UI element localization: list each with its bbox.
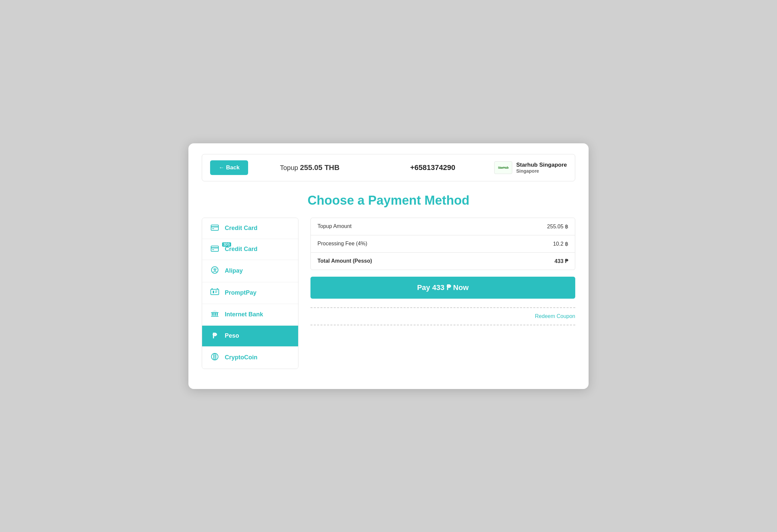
svg-text:支: 支 bbox=[213, 268, 217, 273]
svg-rect-8 bbox=[211, 289, 219, 295]
cryptocoin-icon bbox=[210, 353, 219, 363]
promptpay-label: PromptPay bbox=[225, 289, 256, 296]
total-value: 433 ₱ bbox=[555, 258, 568, 264]
svg-rect-11 bbox=[215, 292, 217, 293]
operator-info: Starhub Singapore Singapore bbox=[516, 162, 567, 174]
svg-rect-16 bbox=[212, 313, 213, 316]
operator-logo: StarHub bbox=[494, 161, 512, 174]
credit-card-icon bbox=[210, 224, 219, 233]
svg-rect-17 bbox=[213, 313, 214, 316]
order-row-topup: Topup Amount 255.05 ฿ bbox=[311, 218, 575, 235]
svg-rect-12 bbox=[211, 288, 213, 290]
svg-rect-4 bbox=[211, 247, 218, 248]
topup-amount-value: 255.05 ฿ bbox=[547, 223, 568, 230]
order-row-total: Total Amount (Pesso) 433 ₱ bbox=[311, 253, 575, 270]
alipay-icon: 支 bbox=[210, 266, 219, 276]
sidebar-item-internet-bank[interactable]: Internet Bank bbox=[202, 304, 298, 326]
divider-bottom bbox=[311, 325, 575, 325]
3ds-badge: 3DS bbox=[222, 242, 231, 247]
payment-panel: Topup Amount 255.05 ฿ Processing Fee (4%… bbox=[311, 218, 575, 329]
header-phone: +6581374290 bbox=[371, 163, 494, 172]
payment-method-sidebar: Credit Card 3DS Credit Card bbox=[202, 218, 299, 369]
svg-rect-13 bbox=[217, 288, 218, 290]
header-topup: Topup 255.05 THB bbox=[248, 163, 371, 172]
topup-amount-label: Topup Amount bbox=[318, 223, 351, 229]
svg-rect-3 bbox=[211, 246, 218, 251]
svg-rect-19 bbox=[217, 313, 218, 316]
svg-marker-14 bbox=[211, 310, 218, 313]
total-label: Total Amount (Pesso) bbox=[318, 258, 372, 264]
sidebar-item-credit-card-3ds[interactable]: 3DS Credit Card bbox=[202, 239, 298, 260]
topup-label: Topup bbox=[280, 164, 298, 171]
svg-rect-1 bbox=[211, 226, 218, 227]
divider-top bbox=[311, 307, 575, 308]
sidebar-item-cryptocoin[interactable]: CryptoCoin bbox=[202, 347, 298, 369]
peso-label: Peso bbox=[225, 332, 239, 339]
order-summary: Topup Amount 255.05 ฿ Processing Fee (4%… bbox=[311, 218, 575, 270]
operator-logo-text: StarHub bbox=[498, 166, 509, 169]
back-button[interactable]: ← Back bbox=[210, 160, 248, 175]
svg-rect-2 bbox=[212, 228, 214, 229]
main-content: Credit Card 3DS Credit Card bbox=[202, 218, 575, 369]
pay-now-button[interactable]: Pay 433 ₱ Now bbox=[311, 277, 575, 299]
credit-card-3ds-label: Credit Card bbox=[225, 246, 257, 253]
sidebar-item-peso[interactable]: ₱ Peso bbox=[202, 326, 298, 347]
svg-rect-10 bbox=[215, 291, 217, 291]
sidebar-item-alipay[interactable]: 支 Alipay bbox=[202, 260, 298, 282]
fee-value: 10.2 ฿ bbox=[553, 241, 568, 247]
topup-amount: 255.05 THB bbox=[300, 163, 339, 172]
credit-card-3ds-icon bbox=[210, 245, 219, 254]
svg-rect-5 bbox=[212, 249, 214, 250]
sidebar-item-credit-card[interactable]: Credit Card bbox=[202, 218, 298, 239]
credit-card-label: Credit Card bbox=[225, 225, 257, 232]
svg-rect-9 bbox=[213, 291, 214, 293]
header: ← Back Topup 255.05 THB +6581374290 Star… bbox=[202, 154, 575, 181]
svg-rect-0 bbox=[211, 225, 218, 230]
header-operator: StarHub Starhub Singapore Singapore bbox=[494, 161, 567, 174]
redeem-coupon-link[interactable]: Redeem Coupon bbox=[311, 311, 575, 321]
page-wrapper: ← Back Topup 255.05 THB +6581374290 Star… bbox=[189, 143, 588, 389]
peso-icon: ₱ bbox=[210, 332, 219, 340]
svg-rect-18 bbox=[215, 313, 216, 316]
internet-bank-label: Internet Bank bbox=[225, 311, 263, 318]
sidebar-item-promptpay[interactable]: PromptPay bbox=[202, 282, 298, 304]
page-title: Choose a Payment Method bbox=[202, 193, 575, 208]
fee-label: Processing Fee (4%) bbox=[318, 241, 367, 247]
cryptocoin-label: CryptoCoin bbox=[225, 354, 257, 361]
operator-name: Starhub Singapore bbox=[516, 162, 567, 168]
order-row-fee: Processing Fee (4%) 10.2 ฿ bbox=[311, 235, 575, 253]
internet-bank-icon bbox=[210, 310, 219, 319]
alipay-label: Alipay bbox=[225, 267, 243, 274]
promptpay-icon bbox=[210, 288, 219, 298]
operator-country: Singapore bbox=[516, 168, 567, 174]
